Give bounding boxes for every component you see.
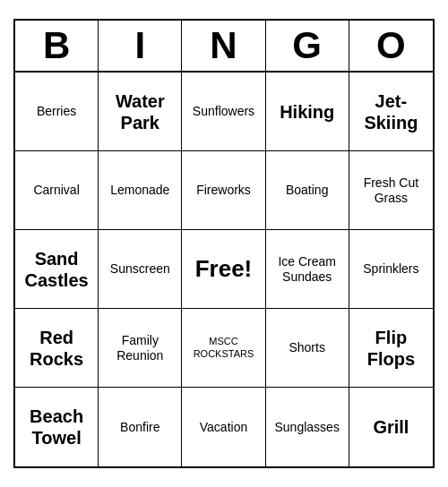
bingo-cell-2: Sunflowers — [182, 73, 265, 151]
bingo-cell-24: Grill — [349, 388, 433, 466]
header-letter-B: B — [15, 21, 99, 71]
header-letter-O: O — [349, 21, 433, 71]
bingo-cell-18: Shorts — [266, 309, 349, 388]
bingo-cell-23: Sunglasses — [266, 388, 349, 466]
bingo-header: BINGO — [15, 21, 433, 73]
bingo-cell-15: Red Rocks — [15, 309, 99, 388]
bingo-card: BINGO BerriesWater ParkSunflowersHikingJ… — [13, 19, 435, 468]
bingo-cell-22: Vacation — [182, 388, 265, 466]
bingo-cell-13: Ice Cream Sundaes — [266, 230, 349, 309]
bingo-cell-17: MSCC ROCKSTARS — [182, 309, 265, 388]
bingo-cell-4: Jet-Skiing — [349, 73, 433, 151]
bingo-cell-8: Boating — [266, 151, 349, 230]
bingo-cell-10: Sand Castles — [15, 230, 99, 309]
bingo-cell-6: Lemonade — [99, 151, 182, 230]
header-letter-N: N — [182, 21, 265, 71]
bingo-cell-19: Flip Flops — [349, 309, 433, 388]
bingo-cell-1: Water Park — [99, 73, 182, 151]
header-letter-G: G — [266, 21, 349, 71]
bingo-cell-7: Fireworks — [182, 151, 265, 230]
bingo-cell-5: Carnival — [15, 151, 99, 230]
bingo-cell-16: Family Reunion — [99, 309, 182, 388]
bingo-cell-21: Bonfire — [99, 388, 182, 466]
bingo-cell-20: Beach Towel — [15, 388, 99, 466]
bingo-cell-11: Sunscreen — [99, 230, 182, 309]
bingo-cell-3: Hiking — [266, 73, 349, 151]
bingo-cell-12: Free! — [182, 230, 265, 309]
bingo-cell-9: Fresh Cut Grass — [349, 151, 433, 230]
header-letter-I: I — [99, 21, 182, 71]
bingo-cell-14: Sprinklers — [349, 230, 433, 309]
bingo-grid: BerriesWater ParkSunflowersHikingJet-Ski… — [15, 73, 433, 466]
bingo-cell-0: Berries — [15, 73, 99, 151]
